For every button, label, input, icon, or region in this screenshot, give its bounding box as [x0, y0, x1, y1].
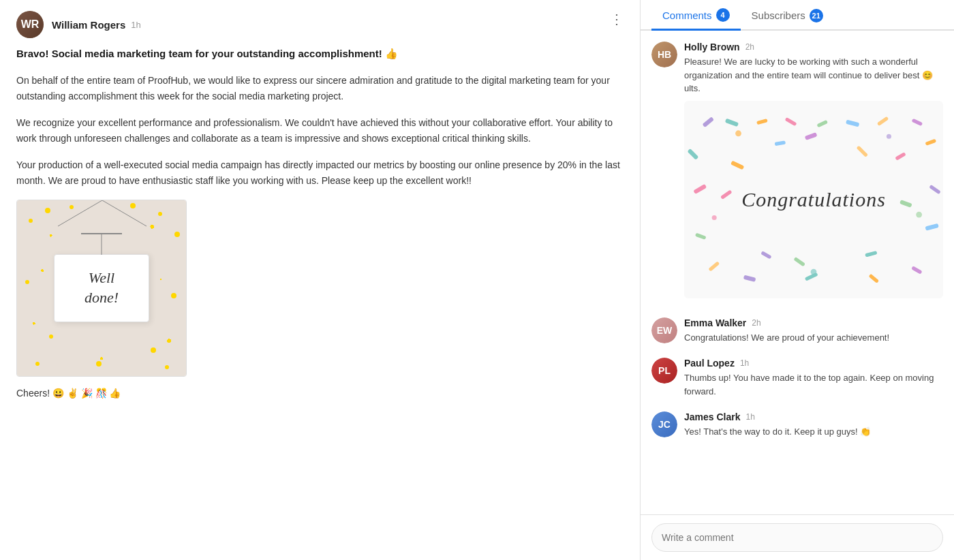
comment-input[interactable]: [651, 523, 943, 552]
post-time: 1h: [131, 20, 140, 30]
svg-point-13: [70, 205, 74, 209]
congrats-image: Congratulations: [684, 101, 943, 298]
well-done-image: Welldone!: [17, 200, 186, 376]
svg-rect-15: [703, 116, 715, 127]
post-author-info: William Rogers 1h: [52, 19, 141, 31]
svg-point-5: [174, 232, 180, 237]
svg-rect-39: [760, 251, 771, 260]
post-image: Welldone!: [16, 200, 187, 377]
more-options-button[interactable]: ⋮: [610, 11, 624, 27]
svg-rect-38: [805, 132, 818, 140]
author-avatar-img: WR: [16, 11, 44, 38]
svg-point-4: [158, 212, 162, 216]
comment-header-holly: Holly Brown 2h: [684, 42, 943, 52]
svg-point-9: [151, 347, 156, 353]
svg-point-6: [25, 280, 29, 284]
svg-point-12: [96, 361, 102, 367]
subscribers-badge: 21: [810, 9, 823, 22]
comment-text-james: Yes! That's the way to do it. Keep it up…: [684, 425, 943, 439]
svg-rect-37: [857, 145, 868, 157]
comment-item: HB Holly Brown 2h Pleasure! We are lucky…: [651, 42, 943, 304]
svg-rect-43: [793, 256, 805, 266]
svg-rect-26: [929, 184, 941, 193]
svg-rect-16: [725, 118, 739, 126]
post-paragraph-1: On behalf of the entire team of ProofHub…: [16, 73, 624, 104]
comment-text-paul: Thumbs up! You have made it to the top a…: [684, 371, 943, 398]
svg-rect-33: [869, 273, 880, 283]
comment-item: JC James Clark 1h Yes! That's the way to…: [651, 411, 943, 439]
svg-point-44: [735, 130, 741, 136]
svg-rect-19: [816, 119, 828, 127]
svg-rect-23: [687, 148, 698, 159]
comment-content-paul: Paul Lopez 1h Thumbs up! You have made i…: [684, 358, 943, 398]
comment-avatar-holly: HB: [651, 42, 677, 67]
comment-author-paul: Paul Lopez: [684, 358, 735, 369]
svg-rect-25: [693, 184, 707, 194]
svg-rect-24: [925, 138, 936, 145]
comment-text-holly: Pleasure! We are lucky to be working wit…: [684, 55, 943, 95]
comment-time-emma: 2h: [752, 318, 760, 328]
svg-rect-34: [720, 189, 733, 199]
author-avatar: WR: [16, 11, 44, 38]
tab-comments-label: Comments: [662, 10, 712, 21]
comment-content-emma: Emma Walker 2h Congratulations! We are p…: [684, 317, 943, 345]
comment-time-james: 1h: [746, 412, 755, 422]
svg-point-46: [811, 268, 817, 275]
comment-header-paul: Paul Lopez 1h: [684, 358, 943, 369]
congrats-text: Congratulations: [741, 188, 886, 211]
comment-content-james: James Clark 1h Yes! That's the way to do…: [684, 411, 943, 439]
svg-rect-17: [756, 118, 768, 124]
comment-time-holly: 2h: [745, 42, 754, 52]
post-panel: WR William Rogers 1h ⋮ Bravo! Social med…: [0, 0, 641, 560]
comment-avatar-paul-img: PL: [651, 358, 677, 384]
svg-rect-28: [925, 223, 938, 230]
svg-point-10: [35, 362, 40, 366]
svg-point-48: [916, 211, 922, 217]
comment-author-james: James Clark: [684, 411, 741, 422]
comment-header-emma: Emma Walker 2h: [684, 317, 943, 328]
svg-point-47: [712, 215, 717, 219]
comment-avatar-james: JC: [651, 411, 677, 437]
svg-rect-20: [846, 119, 859, 127]
comment-input-area: [641, 514, 954, 560]
svg-rect-22: [912, 118, 923, 126]
svg-point-2: [29, 219, 33, 223]
svg-rect-36: [775, 140, 786, 146]
comment-author-emma: Emma Walker: [684, 317, 746, 328]
svg-rect-41: [730, 160, 744, 170]
comment-item: EW Emma Walker 2h Congratulations! We ar…: [651, 317, 943, 345]
svg-point-14: [130, 203, 136, 208]
post-header: WR William Rogers 1h ⋮: [0, 0, 640, 46]
comment-avatar-holly-img: HB: [651, 42, 677, 67]
tab-subscribers[interactable]: Subscribers 21: [741, 0, 834, 29]
tab-subscribers-label: Subscribers: [752, 10, 805, 21]
svg-rect-30: [911, 266, 922, 275]
svg-rect-40: [865, 250, 877, 257]
svg-rect-35: [899, 200, 912, 208]
svg-rect-31: [743, 275, 756, 282]
well-done-sign: Welldone!: [54, 254, 149, 322]
comment-author-holly: Holly Brown: [684, 42, 740, 52]
svg-point-45: [887, 134, 891, 138]
svg-rect-29: [708, 261, 720, 271]
svg-rect-27: [695, 232, 707, 239]
comment-content-holly: Holly Brown 2h Pleasure! We are lucky to…: [684, 42, 943, 304]
svg-point-3: [45, 208, 50, 213]
tab-comments[interactable]: Comments 4: [651, 0, 741, 31]
comment-text-emma: Congratulations! We are proud of your ac…: [684, 331, 943, 345]
comments-list: HB Holly Brown 2h Pleasure! We are lucky…: [641, 31, 954, 514]
svg-rect-18: [785, 116, 797, 125]
svg-point-11: [165, 365, 169, 369]
comment-avatar-emma: EW: [651, 317, 677, 343]
comments-panel: Comments 4 Subscribers 21 HB Holly Brown…: [641, 0, 954, 560]
sign-text: Welldone!: [65, 268, 138, 307]
post-body: Bravo! Social media marketing team for y…: [0, 46, 640, 412]
post-author-name: William Rogers: [52, 19, 125, 31]
comment-avatar-paul: PL: [651, 358, 677, 384]
comment-item: PL Paul Lopez 1h Thumbs up! You have mad…: [651, 358, 943, 398]
comment-avatar-james-img: JC: [651, 411, 677, 437]
post-title: Bravo! Social media marketing team for y…: [16, 46, 624, 62]
comment-header-james: James Clark 1h: [684, 411, 943, 422]
post-image-container: Welldone!: [16, 200, 624, 377]
tabs-header: Comments 4 Subscribers 21: [641, 0, 954, 31]
